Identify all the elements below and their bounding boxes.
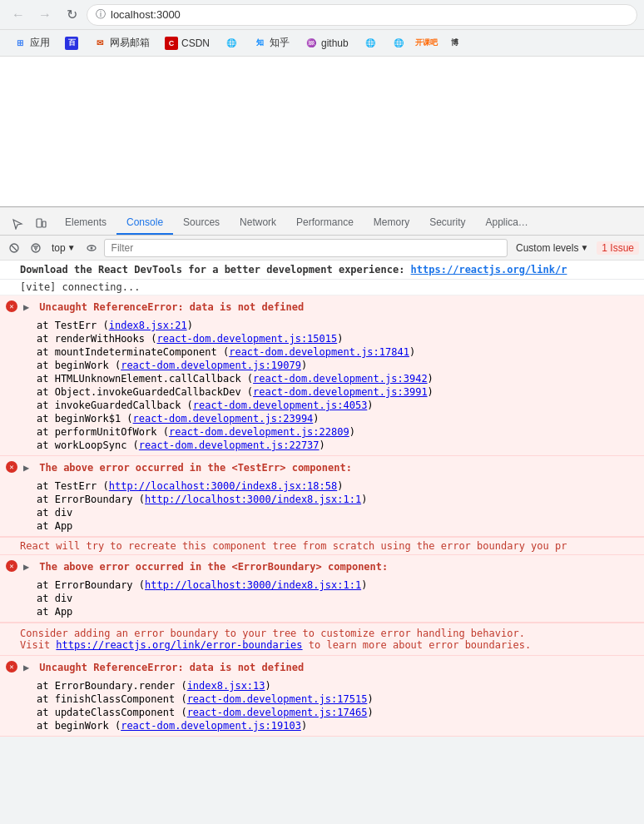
error-2-main-text: The above error occurred in the <TestErr…: [39, 462, 352, 474]
bookmark-bo[interactable]: 博: [442, 35, 468, 52]
link-1-3[interactable]: react-dom.development.js:17841: [229, 346, 409, 358]
163mail-icon: ✉: [93, 37, 107, 50]
stack-3-2: at div: [37, 593, 72, 604]
devtools-console-toolbar: top ▼ Custom levels ▼ 1 Issue: [0, 236, 644, 261]
forward-button[interactable]: →: [33, 3, 57, 27]
link-4-1[interactable]: index8.jsx:13: [187, 680, 265, 692]
bookmark-zhihu[interactable]: 知 知乎: [246, 34, 296, 52]
link-4-2[interactable]: react-dom.development.js:17515: [187, 693, 368, 705]
custom-levels-label: Custom levels: [516, 242, 578, 254]
tab-performance[interactable]: Performance: [286, 211, 364, 235]
error-4-icon-area: ✕: [3, 658, 20, 673]
bookmarks-bar: ⊞ 应用 百 ✉ 网易邮箱 C CSDN 🌐 知 知乎 ♒ github 🌐 🌐…: [0, 30, 644, 57]
tab-console[interactable]: Console: [116, 211, 173, 235]
download-link[interactable]: https://reactjs.org/link/r: [411, 264, 567, 275]
stack-1-1: at TestErr (index8.jsx:21): [37, 320, 193, 331]
link-1-4[interactable]: react-dom.development.js:19079: [121, 360, 301, 371]
bookmark-apps[interactable]: ⊞ 应用: [7, 34, 57, 52]
tab-sources[interactable]: Sources: [173, 211, 230, 235]
top-context-selector[interactable]: top ▼: [48, 241, 79, 256]
link-1-1[interactable]: index8.jsx:21: [109, 320, 187, 331]
vite-connecting-message: [vite] connecting...: [0, 280, 644, 295]
link-1-5[interactable]: react-dom.development.js:3942: [253, 373, 428, 385]
error-3-stack: at ErrorBoundary (http://localhost:3000/…: [0, 578, 644, 618]
link-2-1[interactable]: http://localhost:3000/index8.jsx:18:58: [109, 480, 338, 492]
bo-icon: 博: [448, 37, 462, 50]
reload-button[interactable]: ↻: [60, 3, 83, 27]
link-1-6[interactable]: react-dom.development.js:3991: [253, 386, 428, 398]
error-block-1: ✕ ▶ Uncaught ReferenceError: data is not…: [0, 295, 644, 456]
link-1-8[interactable]: react-dom.development.js:23994: [133, 413, 314, 424]
tab-application[interactable]: Applica…: [476, 211, 538, 235]
error-1-stack: at TestErr (index8.jsx:21) at renderWith…: [0, 319, 644, 452]
eye-button[interactable]: [82, 239, 101, 257]
error-1-icon-area: ✕: [3, 298, 20, 312]
svg-point-9: [90, 246, 92, 249]
filter-toggle-button[interactable]: [27, 239, 45, 257]
bookmark-163mail[interactable]: ✉ 网易邮箱: [87, 34, 156, 52]
error-4-header: ✕ ▶ Uncaught ReferenceError: data is not…: [0, 656, 644, 679]
bookmark-zhihu-label: 知乎: [270, 36, 290, 50]
stack-4-3: at updateClassComponent (react-dom.devel…: [37, 707, 374, 718]
error-2-stack: at TestErr (http://localhost:3000/index8…: [0, 479, 644, 533]
link-3-1[interactable]: http://localhost:3000/index8.jsx:1:1: [145, 579, 361, 591]
tab-elements[interactable]: Elements: [55, 211, 116, 235]
stack-1-6: at Object.invokeGuardedCallbackDev (reac…: [37, 386, 433, 398]
console-filter-input[interactable]: [104, 239, 508, 257]
error-1-header: ✕ ▶ Uncaught ReferenceError: data is not…: [0, 295, 644, 319]
back-button[interactable]: ←: [7, 3, 30, 27]
bookmark-163mail-label: 网易邮箱: [110, 36, 150, 50]
page-area: [0, 57, 644, 206]
link-1-2[interactable]: react-dom.development.js:15015: [157, 333, 338, 345]
browser-toolbar: ← → ↻ ⓘ localhost:3000: [0, 0, 644, 30]
stack-2-4: at App: [37, 520, 72, 532]
clear-console-button[interactable]: [5, 239, 23, 257]
devtools-device-icon[interactable]: [30, 213, 52, 235]
tab-security[interactable]: Security: [419, 211, 475, 235]
address-bar[interactable]: ⓘ localhost:3000: [87, 4, 637, 26]
error-4-main-text: Uncaught ReferenceError: data is not def…: [39, 662, 304, 673]
stack-4-4: at beginWork (react-dom.development.js:1…: [37, 720, 307, 732]
error-1-expand[interactable]: ▶: [23, 300, 33, 315]
stack-1-5: at HTMLUnknownElement.callCallback (reac…: [37, 373, 433, 385]
devtools-cursor-icon[interactable]: [7, 213, 28, 235]
download-devtools-message: Download the React DevTools for a better…: [0, 261, 644, 280]
bookmark-baidu[interactable]: 百: [58, 35, 85, 52]
baidu-icon: 百: [65, 37, 78, 50]
svg-rect-0: [37, 219, 42, 227]
error-boundaries-link[interactable]: https://reactjs.org/link/error-boundarie…: [56, 639, 302, 651]
link-4-3[interactable]: react-dom.development.js:17465: [187, 707, 368, 718]
bookmark-kaikeba[interactable]: 开课吧: [414, 35, 440, 52]
download-text: Download the React DevTools for a better…: [20, 264, 411, 275]
url-text: localhost:3000: [111, 8, 181, 21]
error-3-icon-area: ✕: [3, 558, 20, 572]
stack-3-1: at ErrorBoundary (http://localhost:3000/…: [37, 579, 367, 591]
stack-2-1: at TestErr (http://localhost:3000/index8…: [37, 480, 343, 492]
ext2-icon: 🌐: [364, 37, 377, 50]
bookmark-github[interactable]: ♒ github: [298, 35, 355, 52]
error-2-icon-area: ✕: [3, 459, 20, 473]
error-2-expand[interactable]: ▶: [23, 460, 33, 475]
ext3-icon: 🌐: [392, 37, 405, 50]
link-4-4[interactable]: react-dom.development.js:19103: [121, 720, 301, 732]
error-4-expand[interactable]: ▶: [23, 660, 33, 675]
custom-levels-button[interactable]: Custom levels ▼: [511, 241, 593, 256]
svg-line-3: [12, 246, 17, 251]
devtools-icon-area: [3, 213, 55, 235]
tab-memory[interactable]: Memory: [364, 211, 419, 235]
bookmark-ext1[interactable]: 🌐: [218, 35, 245, 52]
bookmark-apps-label: 应用: [30, 36, 50, 50]
error-3-expand[interactable]: ▶: [23, 559, 33, 574]
link-2-2[interactable]: http://localhost:3000/index8.jsx:1:1: [145, 494, 361, 505]
issue-badge[interactable]: 1 Issue: [597, 241, 639, 255]
error-1-icon: ✕: [6, 300, 17, 312]
link-1-9[interactable]: react-dom.development.js:22809: [169, 426, 349, 438]
link-1-10[interactable]: react-dom.development.js:22737: [139, 439, 320, 451]
bookmark-ext2[interactable]: 🌐: [357, 35, 384, 52]
error-block-4: ✕ ▶ Uncaught ReferenceError: data is not…: [0, 656, 644, 737]
link-1-7[interactable]: react-dom.development.js:4053: [193, 400, 368, 411]
tab-network[interactable]: Network: [230, 211, 286, 235]
ext1-icon: 🌐: [225, 37, 238, 50]
bookmark-ext3[interactable]: 🌐: [385, 35, 412, 52]
bookmark-csdn[interactable]: C CSDN: [158, 35, 216, 52]
